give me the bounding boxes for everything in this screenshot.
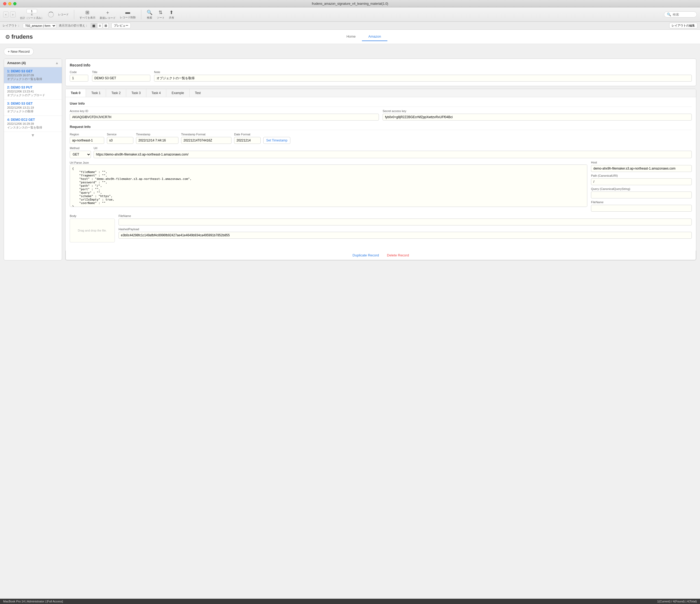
filename-right-label: FileName: [591, 201, 692, 204]
timestamp-format-input[interactable]: [181, 137, 231, 144]
method-url-row: Method GET Url: [70, 147, 692, 158]
tab-task4[interactable]: Task 4: [146, 89, 167, 97]
path-input[interactable]: [591, 178, 692, 185]
access-key-input[interactable]: [70, 114, 379, 121]
body-right: FileName HashedPayload: [119, 214, 692, 242]
sidebar-item-1-title: 1: DEMO S3 GET: [7, 70, 58, 73]
search-input[interactable]: [673, 13, 694, 17]
filename2-input[interactable]: [119, 218, 692, 226]
service-input[interactable]: [107, 137, 133, 144]
region-input[interactable]: [70, 137, 104, 144]
tab-task0[interactable]: Task 0: [66, 89, 86, 97]
body-section: Body Drag and drop the file. FileName: [70, 214, 692, 242]
tab-task1[interactable]: Task 1: [86, 89, 106, 97]
tab-task3[interactable]: Task 3: [126, 89, 146, 97]
query-input[interactable]: [591, 191, 692, 199]
show-all-icon: ⊞: [85, 9, 89, 16]
set-timestamp-button[interactable]: Set Timestamp: [263, 137, 290, 144]
note-label: Note: [154, 71, 692, 74]
drag-drop-text: Drag and drop the file.: [78, 229, 107, 232]
record-indicator: 1 4 合計（ソート済み）: [20, 9, 44, 20]
search-group[interactable]: 🔍 検索: [147, 9, 152, 20]
view-toggle: ▦ ≡ ⊞: [91, 23, 109, 28]
tabs-header: Task 0 Task 1 Task 2 Task 3 Task 4 Examp…: [66, 89, 696, 97]
filename-right-input[interactable]: [591, 205, 692, 212]
sidebar-item-2-desc: オブジェクトのアップロード: [7, 93, 58, 97]
preview-button[interactable]: プレビュー: [111, 23, 131, 28]
search-box[interactable]: 🔍: [664, 11, 697, 18]
delete-record-button[interactable]: Delete Record: [387, 253, 409, 257]
record-number-input[interactable]: 1: [26, 9, 37, 13]
note-field-group: Note: [154, 71, 692, 82]
record-info-fields: Code Title Note: [70, 71, 692, 82]
sidebar: Amazon (4) ▲ 1: DEMO S3 GET 2022/11/29 1…: [4, 58, 62, 260]
new-record-group[interactable]: ＋ 新規レコード: [100, 9, 116, 20]
tabs-container: Task 0 Task 1 Task 2 Task 3 Task 4 Examp…: [65, 89, 696, 260]
secret-key-input[interactable]: [383, 114, 692, 121]
body-drop-zone[interactable]: Drag and drop the file.: [70, 218, 115, 242]
layout-prefix: レイアウト：: [3, 24, 20, 28]
hashed-payload-input[interactable]: [119, 232, 692, 239]
access-key-group: Access key ID: [70, 109, 379, 121]
nav-amazon[interactable]: Amazon: [362, 32, 388, 41]
view-switch-label: 表示方法の切り替え：: [59, 24, 88, 28]
nav-forward-button[interactable]: ›: [10, 11, 16, 18]
timestamp-input[interactable]: [136, 137, 178, 144]
sidebar-item-3-desc: オブジェクトの取得: [7, 109, 58, 113]
loading-spinner: [48, 12, 54, 18]
duplicate-record-button[interactable]: Duplicate Record: [353, 253, 379, 257]
user-info-fields: Access key ID Secret access key: [70, 109, 692, 121]
json-label: Url Parse Json: [70, 161, 89, 164]
code-input[interactable]: [70, 75, 88, 82]
close-button[interactable]: [3, 2, 6, 5]
sidebar-scroll-down[interactable]: ▼: [4, 132, 62, 139]
sidebar-scroll-up[interactable]: ▲: [55, 61, 58, 65]
fullscreen-button[interactable]: [13, 2, 17, 5]
tab-test[interactable]: Test: [190, 89, 206, 97]
timestamp-label: Timestamp: [136, 133, 178, 136]
share-group[interactable]: ⬆ 共有: [169, 9, 174, 20]
nav-back-button[interactable]: ‹: [3, 11, 8, 18]
sidebar-item-3[interactable]: 3: DEMO S3 GET 2022/12/06 13:21:19 オブジェク…: [4, 100, 62, 116]
layout-edit-button[interactable]: レイアウトの編集: [669, 23, 697, 28]
sidebar-item-2[interactable]: 2: DEMO S3 PUT 2022/12/06 13:23:41 オブジェク…: [4, 83, 62, 100]
tab-task2[interactable]: Task 2: [106, 89, 126, 97]
delete-record-icon: ▬: [125, 9, 130, 15]
record-label: 合計（ソート済み）: [20, 16, 44, 20]
sidebar-item-4[interactable]: 4: DEMO EC2 GET 2022/12/06 16:29:39 インスタ…: [4, 116, 62, 132]
date-format-input[interactable]: [234, 137, 261, 144]
title-input[interactable]: [92, 75, 150, 82]
method-select[interactable]: GET: [70, 151, 91, 158]
new-record-button[interactable]: + New Record: [4, 48, 34, 55]
view-form-btn[interactable]: ▦: [91, 23, 97, 28]
title-field-group: Title: [92, 71, 150, 82]
path-label: Path (CanonicalURI): [591, 174, 692, 177]
statusbar-left: MacBook Pro 14 | Administrator | [Full A…: [3, 600, 63, 603]
show-all-group[interactable]: ⊞ すべてを表示: [79, 9, 96, 20]
title-label: Title: [92, 71, 150, 74]
code-label: Code: [70, 71, 88, 74]
view-list-btn[interactable]: ≡: [97, 23, 102, 28]
delete-record-group[interactable]: ▬ レコード削除: [120, 9, 136, 19]
search-label: 検索: [147, 16, 152, 20]
sidebar-item-4-date: 2022/12/06 16:29:39: [7, 122, 58, 125]
nav-home[interactable]: Home: [340, 32, 362, 41]
host-input[interactable]: [591, 165, 692, 172]
record-text: レコード: [58, 13, 69, 17]
date-format-label: Date Format: [234, 133, 261, 136]
tab-content: User Info Access key ID Secret access ke…: [66, 97, 696, 251]
region-label: Region: [70, 133, 104, 136]
sort-group[interactable]: ⇅ ソート: [157, 9, 165, 20]
sidebar-item-1[interactable]: 1: DEMO S3 GET 2022/11/29 16:07:09 オブジェク…: [4, 67, 62, 83]
layout-select[interactable]: T02_amazon | form: [23, 23, 56, 28]
minimize-button[interactable]: [8, 2, 11, 5]
view-table-btn[interactable]: ⊞: [103, 23, 109, 28]
sidebar-item-4-desc: インスタンスの一覧を取得: [7, 126, 58, 130]
note-input[interactable]: [154, 75, 692, 82]
statusbar-right: 1(Current) / 4(Found) | 4(Total): [657, 600, 697, 603]
url-input[interactable]: [94, 151, 692, 158]
sidebar-item-1-date: 2022/11/29 16:07:09: [7, 74, 58, 77]
secret-key-group: Secret access key: [383, 109, 692, 121]
tab-example[interactable]: Example: [166, 89, 190, 97]
json-textarea[interactable]: { "fileName" : "", "fragment" : "", "hos…: [70, 164, 587, 207]
